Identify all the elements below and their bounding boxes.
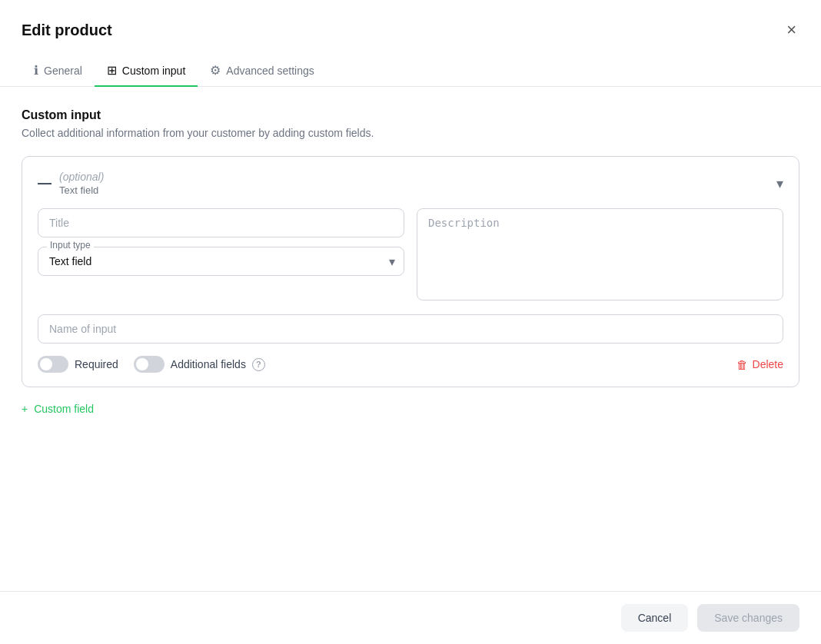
delete-button[interactable]: 🗑 Delete bbox=[736, 358, 783, 371]
chevron-down-icon[interactable]: ▾ bbox=[776, 175, 783, 192]
tab-custom-input-label: Custom input bbox=[122, 65, 185, 77]
additional-fields-slider bbox=[134, 356, 165, 373]
required-toggle[interactable] bbox=[38, 356, 68, 373]
title-input[interactable] bbox=[38, 208, 404, 237]
modal-header: Edit product × bbox=[0, 0, 821, 41]
field-card: — (optional) Text field ▾ Input type Tex… bbox=[22, 156, 799, 387]
add-custom-field-button[interactable]: + Custom field bbox=[22, 403, 94, 415]
trash-icon: 🗑 bbox=[736, 358, 748, 371]
description-wrapper bbox=[417, 208, 783, 304]
tab-custom-input[interactable]: ⊞ Custom input bbox=[95, 55, 198, 87]
section-description: Collect additional information from your… bbox=[22, 127, 799, 139]
toggle-group: Required Additional fields ? bbox=[38, 356, 265, 373]
tab-general-label: General bbox=[44, 65, 82, 77]
input-type-label: Input type bbox=[47, 240, 94, 251]
toggle-row: Required Additional fields ? 🗑 Delete bbox=[38, 356, 783, 373]
required-label: Required bbox=[75, 358, 118, 370]
help-icon[interactable]: ? bbox=[252, 358, 265, 371]
title-description-row: Input type Text field ▾ bbox=[38, 208, 783, 304]
additional-fields-toggle[interactable] bbox=[134, 356, 165, 373]
tabs-bar: ℹ General ⊞ Custom input ⚙ Advanced sett… bbox=[0, 55, 821, 87]
info-icon: ℹ bbox=[34, 63, 38, 78]
dash-icon: — bbox=[38, 175, 52, 191]
cancel-button[interactable]: Cancel bbox=[621, 604, 689, 632]
required-slider bbox=[38, 356, 68, 373]
modal-title: Edit product bbox=[22, 22, 112, 39]
required-toggle-item: Required bbox=[38, 356, 118, 373]
gear-icon: ⚙ bbox=[210, 63, 221, 78]
delete-label: Delete bbox=[753, 358, 783, 370]
field-card-header: — (optional) Text field ▾ bbox=[38, 171, 783, 196]
save-changes-button[interactable]: Save changes bbox=[697, 604, 799, 632]
input-type-select[interactable]: Text field bbox=[38, 247, 404, 276]
content-area: Custom input Collect additional informat… bbox=[0, 87, 821, 437]
footer-bar: Cancel Save changes bbox=[0, 591, 821, 644]
field-subtype: Text field bbox=[59, 184, 104, 196]
plus-icon: + bbox=[22, 403, 28, 415]
optional-label: (optional) bbox=[59, 171, 104, 183]
tab-advanced-settings-label: Advanced settings bbox=[226, 65, 314, 77]
left-inputs: Input type Text field ▾ bbox=[38, 208, 404, 304]
tab-advanced-settings[interactable]: ⚙ Advanced settings bbox=[198, 55, 326, 87]
description-input[interactable] bbox=[417, 208, 783, 300]
input-type-wrapper: Input type Text field ▾ bbox=[38, 247, 404, 276]
add-custom-field-label: Custom field bbox=[34, 403, 94, 415]
section-title: Custom input bbox=[22, 108, 799, 122]
name-of-input[interactable] bbox=[38, 314, 783, 344]
additional-fields-label: Additional fields bbox=[171, 358, 246, 370]
grid-icon: ⊞ bbox=[107, 63, 117, 78]
name-input-row bbox=[38, 314, 783, 344]
additional-fields-toggle-item: Additional fields ? bbox=[134, 356, 265, 373]
tab-general[interactable]: ℹ General bbox=[22, 55, 95, 87]
close-button[interactable]: × bbox=[783, 18, 799, 41]
field-card-header-left: — (optional) Text field bbox=[38, 171, 104, 196]
field-type-info: (optional) Text field bbox=[59, 171, 104, 196]
